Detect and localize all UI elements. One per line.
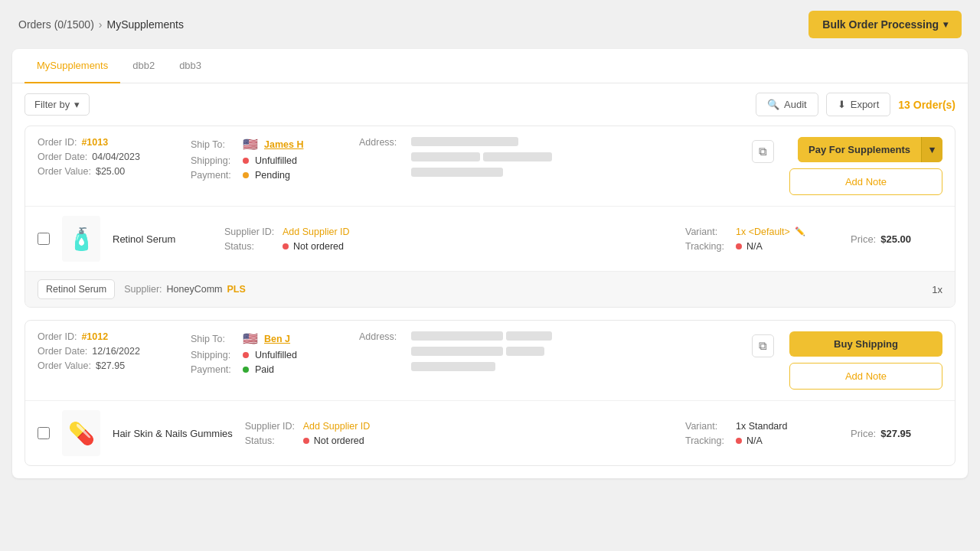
product-name-gummies: Hair Skin & Nails Gummies: [113, 428, 233, 439]
add-supplier-id-link-2[interactable]: Add Supplier ID: [303, 421, 371, 432]
order-actions-1012: Buy Shipping Add Note: [789, 331, 942, 390]
status-row-2: Status: Not ordered: [245, 435, 673, 446]
toolbar: Filter by ▾ 🔍 Audit ⬇ Export 13 Order(s): [12, 83, 968, 126]
address-section-1013: Address:: [359, 137, 744, 179]
order-count: 13 Order(s): [898, 99, 956, 111]
order-value-1012: $27.95: [96, 360, 125, 371]
audit-button[interactable]: 🔍 Audit: [756, 93, 818, 116]
address-blur-2b: [506, 331, 552, 341]
order-value-1013: $25.00: [96, 166, 125, 177]
address-blur-2: [411, 152, 480, 161]
variant-row-2: Variant: 1x Standard: [685, 421, 838, 432]
tracking-val-retinol: N/A: [746, 241, 763, 252]
add-supplier-id-link[interactable]: Add Supplier ID: [283, 227, 350, 237]
product-image-gummies: 💊: [62, 410, 100, 456]
ship-name-1012[interactable]: Ben J: [264, 334, 290, 344]
variant-val-retinol[interactable]: 1x <Default>: [736, 227, 790, 237]
product-details-gummies: Supplier ID: Add Supplier ID Status: Not…: [245, 421, 673, 446]
shipping-status-1013: Unfulfilled: [255, 155, 297, 166]
payment-status-1013: Pending: [255, 170, 290, 181]
buy-shipping-button[interactable]: Buy Shipping: [789, 331, 942, 357]
flag-icon-2: 🇺🇸: [243, 331, 258, 346]
breadcrumb: Orders (0/1500) › MySupplements: [18, 18, 184, 31]
bulk-btn-label: Bulk Order Processing: [822, 18, 939, 31]
flag-icon: 🇺🇸: [243, 137, 258, 152]
product-image-retinol: 🧴: [62, 216, 100, 262]
address-blur-4b: [506, 347, 544, 356]
product-checkbox-retinol[interactable]: [38, 233, 50, 245]
supplier-bar-1013: Retinol Serum Supplier: HoneyComm PLS 1x: [25, 271, 955, 307]
order-id-link-1013[interactable]: #1013: [81, 137, 108, 148]
product-details-retinol: Supplier ID: Add Supplier ID Status: Not…: [224, 227, 673, 252]
copy-address-button-1013[interactable]: ⧉: [752, 140, 774, 163]
product-row-gummies: 💊 Hair Skin & Nails Gummies Supplier ID:…: [25, 400, 955, 465]
search-icon: 🔍: [767, 99, 779, 110]
ship-name-1013[interactable]: James H: [264, 139, 303, 150]
ship-section-1012: Ship To: 🇺🇸 Ben J Shipping: Unfulfilled …: [191, 331, 344, 375]
tab-dbb2[interactable]: dbb2: [120, 49, 167, 83]
chevron-down-icon: ▾: [943, 19, 948, 30]
export-button[interactable]: ⬇ Export: [826, 93, 891, 116]
bulk-order-processing-button[interactable]: Bulk Order Processing ▾: [808, 11, 962, 38]
copy-address-button-1012[interactable]: ⧉: [752, 334, 774, 357]
order-meta-1013: Order ID: #1013 Order Date: 04/04/2023 O…: [38, 137, 160, 177]
variant-section-gummies: Variant: 1x Standard Tracking: N/A: [685, 421, 838, 446]
add-note-button-1013[interactable]: Add Note: [789, 168, 942, 195]
shipping-row: Shipping: Unfulfilled: [191, 155, 344, 166]
ship-to-row-2: Ship To: 🇺🇸 Ben J: [191, 331, 344, 346]
address-section-1012: Address:: [359, 331, 744, 373]
filter-chevron-icon: ▾: [74, 99, 80, 110]
order-date-row-2: Order Date: 12/16/2022: [38, 346, 160, 357]
address-blur-3b: [411, 347, 503, 356]
supplier-info: Supplier: HoneyComm PLS: [124, 284, 923, 295]
pay-for-supplements-button[interactable]: Pay For Supplements ▾: [798, 137, 942, 162]
product-row-retinol: 🧴 Retinol Serum Supplier ID: Add Supplie…: [25, 206, 955, 271]
order-card-1013: Order ID: #1013 Order Date: 04/04/2023 O…: [24, 126, 956, 308]
status-row: Status: Not ordered: [224, 241, 673, 252]
order-value-row-2: Order Value: $27.95: [38, 360, 160, 371]
payment-row-2: Payment: Paid: [191, 364, 344, 375]
breadcrumb-sep: ›: [99, 18, 103, 31]
main-card: MySupplements dbb2 dbb3 Filter by ▾ 🔍 Au…: [12, 49, 968, 478]
address-blur-1: [411, 137, 518, 146]
tab-mysupplements[interactable]: MySupplements: [24, 49, 120, 83]
supplier-tag: Retinol Serum: [38, 279, 115, 299]
tracking-val-gummies: N/A: [746, 435, 763, 446]
price-val-gummies: $27.95: [880, 428, 911, 439]
filter-label: Filter by: [34, 99, 70, 110]
order-id-link-1012[interactable]: #1012: [81, 331, 108, 342]
breadcrumb-parent[interactable]: Orders (0/1500): [18, 18, 94, 31]
order-id-row-2: Order ID: #1012: [38, 331, 160, 342]
product-checkbox-gummies[interactable]: [38, 427, 50, 439]
address-row-2: Address:: [359, 331, 744, 373]
toolbar-right: 🔍 Audit ⬇ Export 13 Order(s): [756, 93, 956, 116]
tab-dbb3[interactable]: dbb3: [167, 49, 214, 83]
filter-button[interactable]: Filter by ▾: [24, 93, 90, 116]
tracking-row-2: Tracking: N/A: [685, 435, 838, 446]
order-value-row: Order Value: $25.00: [38, 166, 160, 177]
supplier-link-pls[interactable]: PLS: [227, 284, 245, 295]
tracking-dot: [736, 243, 742, 249]
supplier-name-honey: HoneyComm: [167, 284, 223, 295]
payment-row: Payment: Pending: [191, 170, 344, 181]
edit-icon[interactable]: ✏️: [795, 227, 805, 236]
order-meta-1012: Order ID: #1012 Order Date: 12/16/2022 O…: [38, 331, 160, 371]
shipping-dot: [243, 158, 249, 164]
variant-row: Variant: 1x <Default> ✏️: [685, 227, 838, 237]
order-id-row: Order ID: #1013: [38, 137, 160, 148]
payment-dot: [243, 172, 249, 178]
price-section-gummies: Price: $27.95: [851, 428, 942, 439]
top-bar: Orders (0/1500) › MySupplements Bulk Ord…: [0, 0, 980, 49]
export-label: Export: [851, 99, 880, 110]
status-dot-retinol: [283, 243, 289, 249]
ship-to-row: Ship To: 🇺🇸 James H: [191, 137, 344, 152]
address-blur-1b: [411, 331, 503, 341]
pay-btn-label: Pay For Supplements: [798, 137, 921, 162]
pay-btn-dropdown-icon[interactable]: ▾: [921, 137, 942, 162]
shipping-dot-2: [243, 352, 249, 358]
tabs-bar: MySupplements dbb2 dbb3: [12, 49, 968, 83]
status-val-retinol: Not ordered: [293, 241, 344, 252]
shipping-status-1012: Unfulfilled: [255, 350, 297, 360]
add-note-button-1012[interactable]: Add Note: [789, 363, 942, 390]
supplier-id-row: Supplier ID: Add Supplier ID: [224, 227, 673, 237]
